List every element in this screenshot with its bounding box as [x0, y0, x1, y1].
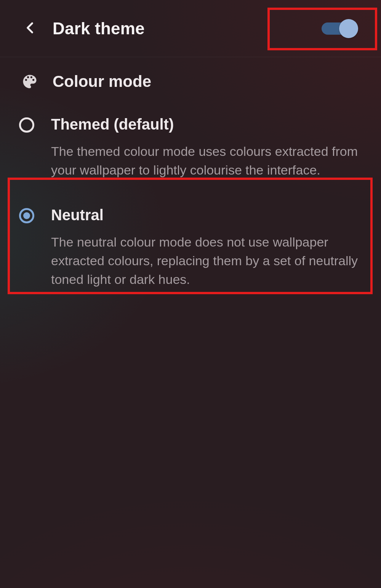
option-themed-description: The themed colour mode uses colours extr…: [51, 142, 362, 180]
page-title: Dark theme: [53, 19, 145, 38]
dark-theme-toggle[interactable]: [322, 19, 356, 38]
colour-mode-options: Themed (default) The themed colour mode …: [0, 95, 381, 302]
option-neutral[interactable]: Neutral The neutral colour mode does not…: [0, 193, 381, 302]
palette-icon: [19, 74, 40, 90]
radio-unchecked-icon: [19, 117, 34, 133]
back-button[interactable]: [19, 17, 42, 40]
colour-mode-title: Colour mode: [53, 72, 151, 91]
colour-mode-section-header: Colour mode: [0, 57, 381, 95]
option-neutral-text: Neutral The neutral colour mode does not…: [51, 207, 362, 289]
option-themed-label: Themed (default): [51, 116, 362, 133]
chevron-left-icon: [24, 21, 37, 36]
radio-checked-icon: [19, 208, 34, 223]
toggle-thumb: [339, 19, 358, 38]
option-neutral-description: The neutral colour mode does not use wal…: [51, 233, 362, 289]
option-neutral-label: Neutral: [51, 207, 362, 224]
header: Dark theme: [0, 0, 381, 57]
option-themed[interactable]: Themed (default) The themed colour mode …: [0, 102, 381, 193]
dark-theme-toggle-wrap: [315, 14, 362, 43]
option-themed-text: Themed (default) The themed colour mode …: [51, 116, 362, 180]
